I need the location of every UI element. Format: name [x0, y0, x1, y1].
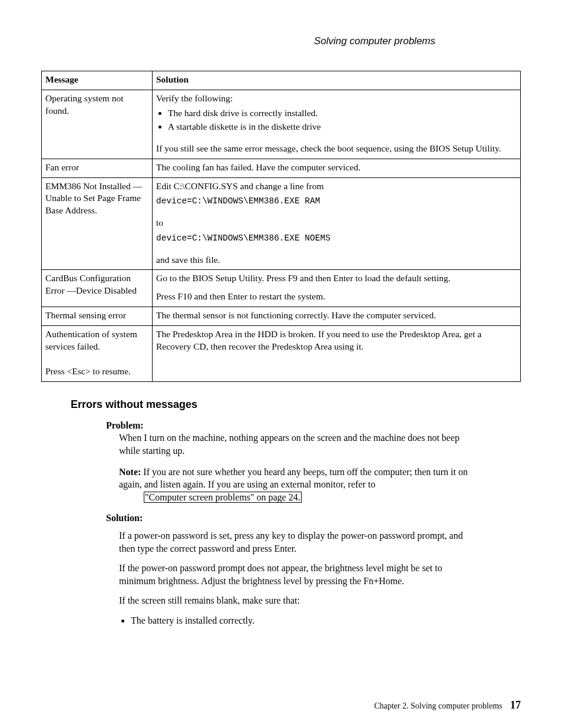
solution-text: and save this file. [156, 254, 517, 266]
table-header-message: Message [42, 71, 153, 90]
solution-bullet: A startable diskette is in the diskette … [168, 121, 517, 133]
solution-text: Edit C:\CONFIG.SYS and change a line fro… [156, 180, 517, 193]
problem-label: Problem: [106, 419, 474, 432]
table-row: Authentication of system services failed… [42, 326, 521, 382]
footer-chapter: Chapter 2. Solving computer problems [374, 701, 502, 710]
error-solution-cell: Edit C:\CONFIG.SYS and change a line fro… [153, 177, 521, 270]
error-solution-cell: The thermal sensor is not functioning co… [153, 307, 521, 326]
table-row: EMM386 Not Installed — Unable to Set Pag… [42, 177, 521, 270]
table-header-solution: Solution [153, 71, 521, 90]
solution-outro: If you still see the same error message,… [156, 143, 517, 155]
note-label: Note: [119, 467, 141, 477]
code-line: device=C:\WINDOWS\EMM386.EXE RAM [156, 196, 517, 207]
solution-paragraph: If the power-on password prompt does not… [119, 562, 474, 587]
error-message-cell: CardBus Configuration Error —Device Disa… [42, 270, 153, 307]
error-message-cell: Thermal sensing error [42, 307, 153, 326]
error-message-cell: Fan error [42, 159, 153, 177]
error-message-cell: Operating system not found. [42, 90, 153, 159]
page-footer: Chapter 2. Solving computer problems 17 [374, 699, 521, 711]
solution-intro: Verify the following: [156, 93, 517, 105]
solution-paragraph: If a power-on password is set, press any… [119, 529, 474, 555]
table-row: Thermal sensing error The thermal sensor… [42, 307, 521, 326]
note-text: If you are not sure whether you heard an… [119, 467, 468, 490]
problem-text: When I turn on the machine, nothing appe… [119, 431, 474, 457]
table-row: CardBus Configuration Error —Device Disa… [42, 270, 521, 307]
running-header: Solving computer problems [41, 35, 521, 47]
solution-text: to [156, 217, 517, 229]
section-heading-errors-without-messages: Errors without messages [71, 398, 521, 411]
cross-reference-link[interactable]: "Computer screen problems" on page 24. [144, 492, 302, 503]
table-row: Fan error The cooling fan has failed. Ha… [42, 159, 521, 177]
error-message-cell: Authentication of system services failed… [42, 326, 153, 382]
error-messages-table: Message Solution Operating system not fo… [41, 71, 521, 382]
table-row: Operating system not found. Verify the f… [42, 90, 521, 159]
error-solution-cell: Verify the following: The hard disk driv… [153, 90, 521, 159]
error-message-cell: EMM386 Not Installed — Unable to Set Pag… [42, 177, 153, 270]
error-solution-cell: The cooling fan has failed. Have the com… [153, 159, 521, 177]
solution-text: Go to the BIOS Setup Utility. Press F9 a… [156, 272, 517, 285]
footer-page-number: 17 [510, 699, 521, 711]
solution-text: Press F10 and then Enter to restart the … [156, 291, 517, 303]
code-line: device=C:\WINDOWS\EMM386.EXE NOEMS [156, 233, 517, 245]
note-block: Note: If you are not sure whether you he… [119, 466, 474, 504]
solution-bullet: The battery is installed correctly. [131, 614, 474, 627]
solution-label: Solution: [106, 512, 474, 525]
solution-bullet: The hard disk drive is correctly install… [168, 107, 517, 120]
error-solution-cell: Go to the BIOS Setup Utility. Press F9 a… [153, 270, 521, 307]
error-solution-cell: The Predesktop Area in the HDD is broken… [153, 326, 521, 382]
solution-paragraph: If the screen still remains blank, make … [119, 594, 474, 607]
